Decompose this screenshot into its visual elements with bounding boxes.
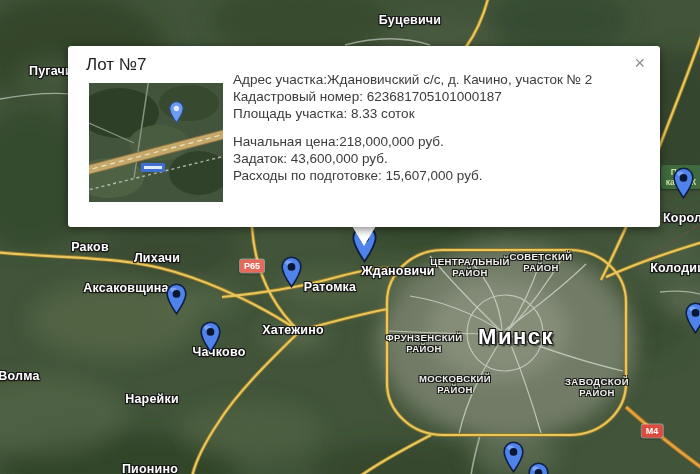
thumbnail-map-image bbox=[89, 83, 223, 202]
spacer bbox=[233, 122, 648, 133]
map-marker[interactable] bbox=[200, 321, 221, 357]
lot-area: Площадь участка: 8.33 соток bbox=[233, 105, 648, 122]
lot-thumbnail[interactable] bbox=[89, 83, 223, 202]
popup-tail bbox=[352, 226, 376, 246]
pin-icon bbox=[503, 441, 524, 473]
pin-icon bbox=[281, 256, 302, 288]
place-label: Колодищи bbox=[650, 261, 700, 275]
map-application: Пе шказик К БуцевичиПугачиРаковЛихачиАкс… bbox=[0, 0, 700, 474]
road-badge: М4 bbox=[642, 425, 663, 438]
place-label: Буцевичи bbox=[379, 13, 441, 27]
place-label: Аксаковщина bbox=[83, 281, 169, 295]
map-marker[interactable] bbox=[673, 167, 694, 203]
popup-title: Лот №7 bbox=[86, 55, 146, 75]
map-marker[interactable] bbox=[685, 302, 700, 338]
lot-info-popup: Лот №7 × bbox=[68, 46, 660, 227]
city-label: Минск bbox=[478, 324, 554, 350]
district-label: ЗАВОДСКОЙРАЙОН bbox=[565, 376, 629, 398]
place-label: Пугачи bbox=[29, 64, 73, 78]
place-label: Пионино bbox=[122, 462, 178, 474]
place-label: Раков bbox=[71, 240, 109, 254]
lot-address: Адрес участка:Ждановичский с/с, д. Качин… bbox=[233, 71, 648, 88]
place-label: Хатежино bbox=[262, 323, 324, 337]
place-label: Нарейки bbox=[125, 392, 179, 406]
place-label: Королев bbox=[663, 211, 700, 225]
map-marker[interactable] bbox=[281, 256, 302, 292]
district-label: МОСКОВСКИЙРАЙОН bbox=[419, 373, 491, 395]
lot-preparation-costs: Расходы по подготовке: 15,607,000 руб. bbox=[233, 167, 648, 184]
district-label: СОВЕТСКИЙРАЙОН bbox=[510, 251, 573, 273]
map-marker[interactable] bbox=[503, 441, 524, 474]
road-badge: Р65 bbox=[240, 260, 264, 273]
pin-icon bbox=[528, 462, 549, 474]
close-icon[interactable]: × bbox=[634, 54, 645, 72]
popup-details: Адрес участка:Ждановичский с/с, д. Качин… bbox=[233, 71, 648, 184]
lot-deposit: Задаток: 43,600,000 руб. bbox=[233, 150, 648, 167]
place-label: Волма bbox=[0, 369, 40, 383]
district-label: ЦЕНТРАЛЬНЫЙРАЙОН bbox=[430, 256, 509, 278]
place-label: Лихачи bbox=[134, 251, 180, 265]
lot-cadastre-number: Кадастровый номер: 623681705101000187 bbox=[233, 88, 648, 105]
place-label: Ратомка bbox=[304, 280, 356, 294]
pin-icon bbox=[673, 167, 694, 199]
pin-icon bbox=[685, 302, 700, 334]
map-marker[interactable] bbox=[166, 283, 187, 319]
pin-icon bbox=[200, 321, 221, 353]
pin-icon bbox=[166, 283, 187, 315]
lot-start-price: Начальная цена:218,000,000 руб. bbox=[233, 133, 648, 150]
district-label: ФРУНЗЕНСКИЙРАЙОН bbox=[386, 332, 463, 354]
map-marker[interactable] bbox=[528, 462, 549, 474]
